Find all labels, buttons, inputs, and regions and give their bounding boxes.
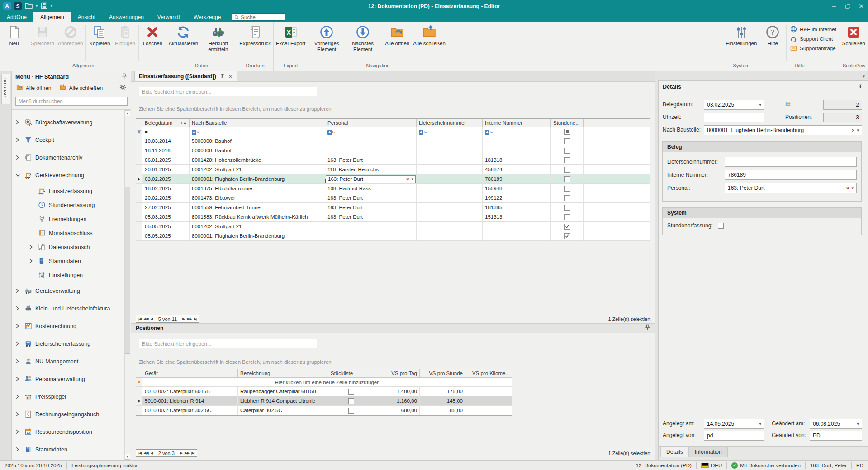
sidebar-item-geräteverrechnung[interactable]: Geräteverrechnung	[12, 166, 124, 184]
column-header-lieferscheinnummer[interactable]: Lieferscheinnummer	[417, 119, 483, 127]
schließen-button[interactable]: Schließen	[840, 24, 867, 47]
checkbox[interactable]	[564, 148, 570, 154]
personal-input[interactable]: 163: Peter Durt × ▾	[725, 183, 857, 193]
alle-schließen-button[interactable]: Alle schließen	[411, 24, 447, 47]
language-indicator[interactable]: DEU	[697, 461, 726, 470]
fast-prev-icon[interactable]: ◀◀	[143, 317, 148, 321]
table-row[interactable]: 05.05.20258000001: Flughafen Berlin-Bran…	[136, 231, 650, 241]
checkbox[interactable]	[564, 129, 570, 135]
tab-details[interactable]: Details	[660, 446, 689, 457]
pin-icon[interactable]	[219, 73, 225, 80]
hilfe-button[interactable]: ?Hilfe	[760, 24, 785, 47]
column-header-nach-baustelle[interactable]: Nach Baustelle	[190, 119, 325, 127]
sidebar-item-kostenrechnung[interactable]: Kostenrechnung	[12, 317, 124, 335]
column-header-vs-pro-kilome[interactable]: VS pro Kilome...	[465, 369, 512, 378]
menu-search-input[interactable]: Suche	[232, 13, 285, 21]
pin-icon[interactable]	[121, 73, 127, 80]
date-filter-cell[interactable]: =	[142, 127, 190, 136]
sidebar-item-einstellungen[interactable]: Einstellungen	[12, 268, 124, 282]
text-filter-icon[interactable]: Abc	[327, 129, 336, 135]
chevron-down-icon[interactable]: ▾	[51, 4, 52, 8]
chevron-down-icon[interactable]: ▾	[759, 103, 761, 107]
table-row[interactable]: 27.02.20258001559: Fehmarnbelt-Tunnel163…	[136, 203, 650, 212]
scroll-down-icon[interactable]: ▼	[125, 454, 130, 460]
table-row[interactable]: 5010-002: Caterpillar 6015BRaupenbagger …	[136, 387, 512, 396]
fast-next-icon[interactable]: ▶▶	[185, 451, 189, 455]
close-tab-icon[interactable]: ✕	[228, 74, 232, 80]
clear-icon[interactable]: ×	[846, 185, 849, 191]
checkbox[interactable]	[348, 408, 354, 414]
checkbox[interactable]	[564, 138, 570, 144]
close-window-button[interactable]	[854, 0, 868, 12]
new-row-hint[interactable]: Hier klicken um eine neue Zeile hinzuzuf…	[142, 378, 512, 387]
support-client-button[interactable]: Support Client	[790, 35, 836, 42]
sidebar-item-cockpit[interactable]: Cockpit	[12, 131, 124, 149]
chevron-right-icon[interactable]	[15, 306, 24, 311]
chevron-right-icon[interactable]	[15, 447, 24, 452]
chevron-right-icon[interactable]	[29, 244, 38, 249]
sidebar-item-datenaustausch[interactable]: Datenaustausch	[12, 240, 124, 254]
clear-icon[interactable]: ×	[406, 176, 409, 182]
column-header-belegdatum[interactable]: Belegdatum1	[142, 119, 190, 127]
positionen-search-input[interactable]: Bitte Suchtext hier eingeben...	[139, 339, 317, 348]
text-filter-cell[interactable]: Abc	[483, 127, 551, 136]
clear-icon[interactable]: ×	[852, 127, 854, 133]
supportanfrage-button[interactable]: Supportanfrage	[790, 45, 836, 52]
fast-next-icon[interactable]: ▶▶	[187, 317, 191, 321]
open-all-button[interactable]: Alle öffnen	[16, 84, 52, 92]
menu-tab-addone[interactable]: AddOne	[0, 12, 33, 22]
column-header-personal[interactable]: Personal	[325, 119, 417, 127]
chevron-right-icon[interactable]	[15, 359, 24, 364]
interne-nummer-input[interactable]: 786189	[725, 170, 857, 180]
sidebar-item-geräteverwaltung[interactable]: Geräteverwaltung	[12, 282, 124, 300]
last-page-icon[interactable]: ▶|	[194, 317, 197, 321]
new-row-line[interactable]: Hier klicken um eine neue Zeile hinzuzuf…	[136, 378, 512, 387]
next-page-icon[interactable]: ▶	[180, 451, 182, 455]
ribbon-collapse-icon[interactable]	[861, 63, 866, 69]
vorheriges-element-button[interactable]: Vorheriges Element	[308, 24, 345, 52]
chevron-right-icon[interactable]	[15, 288, 24, 293]
text-filter-cell[interactable]: Abc	[417, 127, 483, 136]
chevron-right-icon[interactable]	[15, 429, 24, 434]
sidebar-item-nu-management[interactable]: NU-Management	[12, 352, 124, 370]
text-filter-icon[interactable]: Abc	[419, 129, 427, 135]
sidebar-item-monatsabschluss[interactable]: Monatsabschluss	[12, 226, 124, 240]
chevron-down-icon[interactable]: ▾	[857, 422, 859, 426]
nächstes-element-button[interactable]: Nächstes Element	[345, 24, 381, 52]
aktualisieren-button[interactable]: Aktualisieren	[166, 24, 200, 47]
column-header-stückliste[interactable]: Stückliste	[328, 369, 374, 378]
chevron-down-icon[interactable]: ▾	[857, 128, 859, 132]
menu-tab-ansicht[interactable]: Ansicht	[71, 12, 102, 22]
table-row[interactable]: 10.03.20145000000: Bauhof	[136, 136, 650, 146]
sidebar-app-icon[interactable]: S	[14, 2, 22, 10]
einstellungen-button[interactable]: Einstellungen	[724, 24, 759, 47]
chevron-right-icon[interactable]	[15, 394, 24, 399]
positionen-header[interactable]: Positionen	[131, 323, 655, 333]
checkbox[interactable]	[564, 176, 570, 182]
table-row[interactable]: 05.03.20258001583: Rückbau Kernkraftwerk…	[136, 212, 650, 222]
gear-icon[interactable]	[119, 84, 126, 92]
chevron-right-icon[interactable]	[15, 120, 24, 125]
sidebar-item-dokumentenarchiv[interactable]: Dokumentenarchiv	[12, 149, 124, 166]
angelegt-am-input[interactable]: 14.05.2025▾	[704, 419, 764, 429]
chevron-down-icon[interactable]	[15, 173, 24, 177]
restore-button[interactable]	[841, 0, 854, 12]
lieferscheinnummer-input[interactable]	[725, 157, 857, 167]
table-row[interactable]: 18.11.20165000000: Bauhof	[136, 146, 650, 155]
personal-cell-editor[interactable]: 163: Peter Durt×▾	[326, 175, 416, 183]
pin-icon[interactable]	[858, 83, 863, 90]
minimize-button[interactable]	[827, 0, 841, 12]
menu-search-input[interactable]: Menü durchsuchen	[15, 97, 128, 106]
document-tab-einsatzerfassung[interactable]: Einsatzerfassung ([Standard]) ✕	[134, 71, 237, 81]
text-filter-icon[interactable]: Abc	[485, 129, 493, 135]
chevron-right-icon[interactable]	[15, 324, 24, 329]
prev-page-icon[interactable]: ◀	[151, 451, 153, 455]
column-header-vs-pro-tag[interactable]: VS pro Tag	[374, 369, 420, 378]
scroll-up-icon[interactable]: ▲	[125, 110, 130, 116]
positionen-group-by-hint[interactable]: Ziehen Sie eine Spaltenüberschrift in di…	[139, 359, 332, 365]
sidebar-item-lieferscheinerfassung[interactable]: Lieferscheinerfassung	[12, 335, 124, 352]
checkbox[interactable]	[564, 224, 570, 230]
sidebar-item-bürgschaftsverwaltung[interactable]: Bürgschaftsverwaltung	[12, 113, 124, 131]
checkbox[interactable]	[564, 157, 570, 163]
table-row[interactable]: 20.01.20258001202: Stuttgart 21110: Kars…	[136, 165, 650, 174]
